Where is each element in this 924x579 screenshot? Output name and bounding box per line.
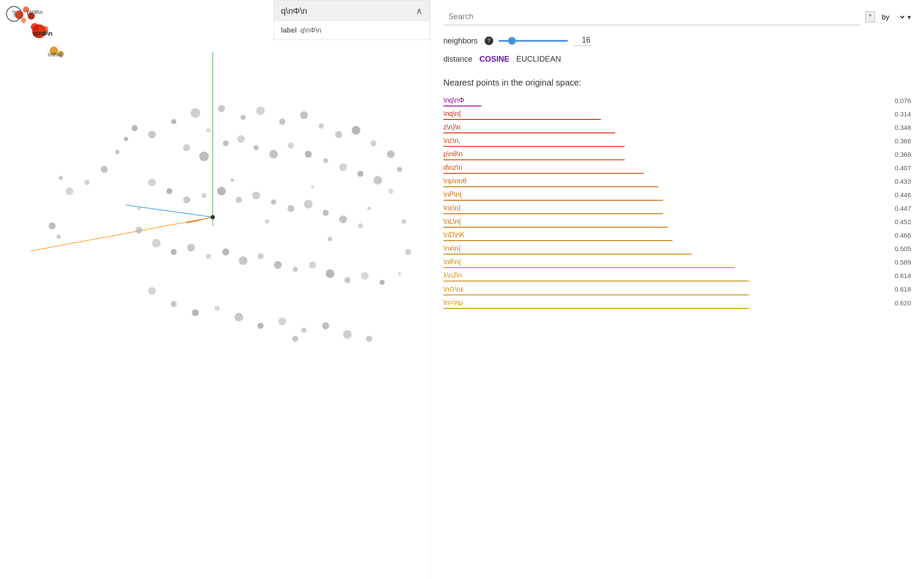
svg-point-25 xyxy=(279,119,285,125)
svg-point-38 xyxy=(183,144,190,151)
svg-point-49 xyxy=(373,176,382,185)
nearest-item-label[interactable]: \nL\n{ xyxy=(443,218,461,225)
nearest-item-label[interactable]: \n⊙\nε xyxy=(443,285,464,293)
svg-point-94 xyxy=(231,179,234,182)
svg-point-51 xyxy=(166,188,172,194)
nearest-item: \nx\n) 0.447 xyxy=(443,204,911,214)
search-by-dropdown[interactable]: by label value index xyxy=(880,13,906,21)
svg-point-50 xyxy=(148,179,156,186)
nearest-item-label[interactable]: \n=\nμ xyxy=(443,299,463,307)
svg-point-62 xyxy=(358,223,363,228)
nearest-item-label[interactable]: \nx\n{ xyxy=(443,245,461,252)
svg-point-102 xyxy=(398,272,401,275)
search-input[interactable] xyxy=(443,9,860,25)
nearest-item-value: 0.505 xyxy=(889,245,911,252)
nearest-item-label[interactable]: \np\nnθ xyxy=(443,177,466,185)
svg-point-36 xyxy=(66,187,73,195)
svg-point-77 xyxy=(380,280,385,285)
nearest-item-label[interactable]: z\n)\n xyxy=(443,123,461,131)
nearest-item-label[interactable]: \nD\nK xyxy=(443,231,465,239)
nearest-item-value: 0.447 xyxy=(889,205,911,212)
svg-point-84 xyxy=(278,318,286,325)
nearest-item-value: 0.368 xyxy=(889,151,911,158)
nearest-item-label[interactable]: \nz\n, xyxy=(443,137,460,145)
svg-point-39 xyxy=(199,152,209,161)
svg-point-48 xyxy=(357,171,363,177)
svg-text:p\nθ\n: p\nθ\n xyxy=(27,9,43,15)
nearest-item: d\nz\n 0.407 xyxy=(443,164,911,174)
nearest-item-value: 0.433 xyxy=(889,178,911,185)
nearest-item-label[interactable]: \nθ\n{ xyxy=(443,258,461,266)
nearest-item-label[interactable]: d\nz\n xyxy=(443,164,462,172)
svg-text:\nθ\n(: \nθ\n( xyxy=(48,51,63,58)
nearest-item-bar xyxy=(443,254,692,255)
nearest-item-bar xyxy=(443,146,625,147)
svg-point-17 xyxy=(132,125,138,131)
popup-chevron-icon[interactable]: ∧ xyxy=(416,6,422,16)
nearest-item-label[interactable]: \nP\n{ xyxy=(443,191,462,199)
svg-point-61 xyxy=(339,215,347,223)
svg-point-56 xyxy=(252,192,260,199)
svg-point-66 xyxy=(187,244,195,251)
svg-point-63 xyxy=(135,227,142,234)
neighbors-value[interactable]: 16 xyxy=(573,36,591,46)
svg-point-96 xyxy=(311,185,314,189)
nearest-item-bar xyxy=(443,159,625,160)
svg-point-80 xyxy=(192,309,199,316)
nearest-item-label[interactable]: \nx\n) xyxy=(443,204,461,212)
search-regex-button[interactable]: * xyxy=(865,11,875,23)
nearest-item: \nL\n{ 0.452 xyxy=(443,218,911,228)
help-icon[interactable]: ? xyxy=(6,6,22,22)
svg-point-93 xyxy=(206,128,211,132)
nearest-item-label[interactable]: \nq\nΦ xyxy=(443,96,464,104)
svg-point-23 xyxy=(241,115,246,120)
neighbors-help-icon[interactable]: ? xyxy=(485,36,493,45)
svg-point-40 xyxy=(223,140,229,146)
nearest-item-label[interactable]: p\nθ\n xyxy=(443,150,462,158)
scatter-canvas[interactable] xyxy=(0,0,430,579)
nearest-item: \nz\n, 0.366 xyxy=(443,137,911,147)
svg-point-58 xyxy=(287,205,294,212)
nearest-item: \np\nnθ 0.433 xyxy=(443,177,911,187)
nearest-item-bar xyxy=(443,200,663,201)
svg-point-54 xyxy=(217,187,226,195)
svg-point-46 xyxy=(323,158,328,163)
distance-euclidean-button[interactable]: EUCLIDEAN xyxy=(516,55,561,64)
nearest-item-value: 0.618 xyxy=(889,285,911,293)
svg-point-26 xyxy=(300,111,308,119)
nearest-section: Nearest points in the original space: \n… xyxy=(443,78,911,309)
svg-point-65 xyxy=(171,249,177,255)
nearest-item-bar xyxy=(443,106,482,106)
svg-point-27 xyxy=(319,123,324,129)
nearest-item-label[interactable]: \nq\n{ xyxy=(443,110,461,118)
svg-point-91 xyxy=(292,336,298,342)
nearest-item-label[interactable]: λ\nJ\n xyxy=(443,271,462,279)
nearest-item: \n=\nμ 0.620 xyxy=(443,299,911,309)
svg-point-72 xyxy=(293,267,298,272)
svg-point-41 xyxy=(237,135,245,143)
svg-point-31 xyxy=(387,150,395,158)
svg-point-85 xyxy=(301,328,307,333)
svg-point-37 xyxy=(59,176,63,180)
svg-point-44 xyxy=(288,142,294,149)
nearest-item-value: 0.589 xyxy=(889,258,911,266)
svg-point-87 xyxy=(343,330,352,339)
svg-point-35 xyxy=(84,180,89,185)
nearest-item: λ\nJ\n 0.614 xyxy=(443,271,911,281)
svg-point-67 xyxy=(206,254,211,259)
popup-title: q\nΦ\n xyxy=(281,6,307,16)
search-row: * by label value index ▾ xyxy=(443,9,911,25)
distance-cosine-button[interactable]: COSINE xyxy=(479,55,509,64)
distance-row: distance COSINE EUCLIDEAN xyxy=(443,55,911,64)
svg-point-24 xyxy=(256,106,265,115)
svg-point-97 xyxy=(328,237,332,241)
svg-point-29 xyxy=(352,126,360,135)
search-by-selector[interactable]: by label value index ▾ xyxy=(880,13,911,21)
svg-point-20 xyxy=(171,119,176,124)
svg-point-34 xyxy=(101,166,108,173)
svg-point-88 xyxy=(366,336,372,342)
nearest-item-value: 0.614 xyxy=(889,272,911,279)
svg-point-64 xyxy=(152,239,161,248)
nearest-item-bar xyxy=(443,240,673,241)
neighbors-slider[interactable] xyxy=(498,40,568,42)
